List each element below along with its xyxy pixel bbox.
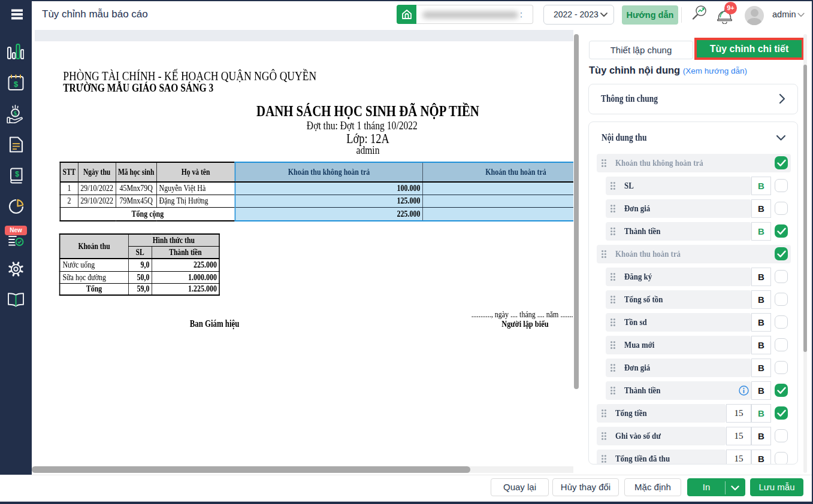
svg-text:$: $ [14,110,17,117]
svg-text:$: $ [15,170,19,178]
svg-text:$: $ [14,80,19,89]
